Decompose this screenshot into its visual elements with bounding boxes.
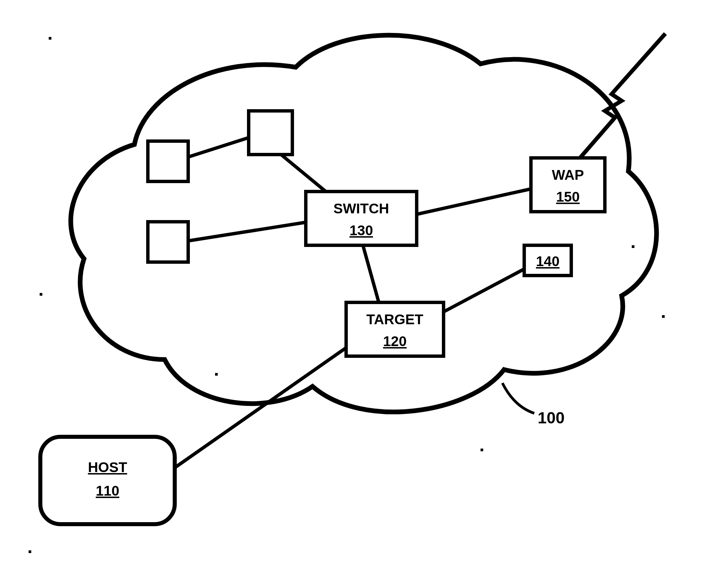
svg-rect-13: [662, 315, 665, 318]
host-label: HOST: [88, 459, 127, 475]
target-node: TARGET 120: [346, 302, 444, 356]
node-140-number: 140: [536, 253, 559, 269]
svg-line-4: [363, 245, 380, 306]
svg-rect-18: [215, 373, 218, 376]
svg-line-6: [161, 336, 363, 477]
svg-rect-15: [29, 550, 31, 553]
switch-number: 130: [349, 222, 373, 238]
svg-rect-14: [481, 449, 483, 451]
svg-rect-11: [40, 437, 175, 524]
svg-rect-16: [49, 37, 51, 40]
wireless-signal-icon: [571, 34, 665, 168]
target-label: TARGET: [366, 311, 423, 327]
svg-line-2: [181, 222, 309, 242]
svg-line-3: [413, 188, 534, 215]
wap-label: WAP: [552, 167, 584, 183]
node-box-b: [249, 111, 292, 155]
svg-rect-12: [632, 245, 634, 248]
figure-number: 100: [538, 409, 565, 427]
target-number: 120: [383, 333, 407, 349]
node-140: 140: [524, 245, 571, 276]
switch-label: SWITCH: [333, 201, 389, 216]
node-box-c: [148, 222, 188, 262]
figure-reference: 100: [502, 383, 565, 427]
switch-node: SWITCH 130: [306, 192, 417, 245]
wap-node: WAP 150: [531, 158, 605, 212]
wap-number: 150: [556, 189, 580, 205]
host-number: 110: [96, 483, 119, 499]
host-node: HOST 110: [40, 437, 175, 524]
node-box-a: [148, 141, 188, 181]
svg-rect-17: [40, 293, 42, 296]
